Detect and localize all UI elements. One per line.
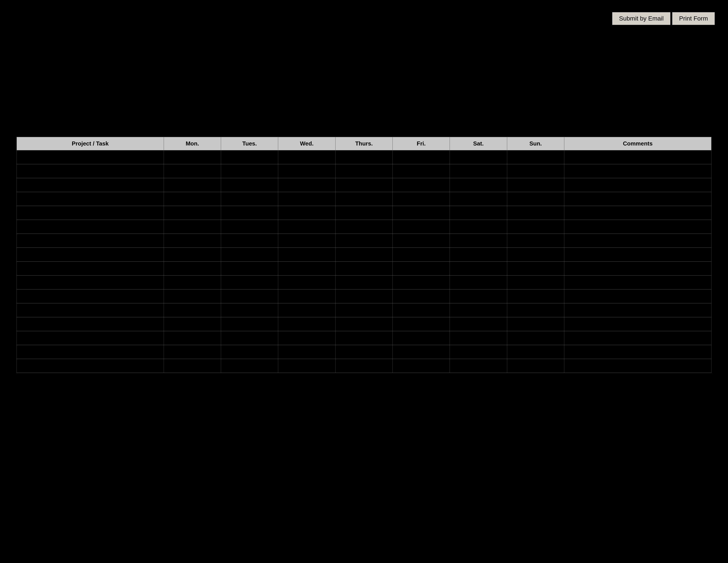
cell-comments-9[interactable] xyxy=(564,275,711,290)
cell-wed-12[interactable] xyxy=(278,317,335,331)
input-fri-9[interactable] xyxy=(394,279,448,285)
cell-sat-5[interactable] xyxy=(450,220,507,234)
input-comments-8[interactable] xyxy=(566,265,710,271)
submit-by-email-button[interactable]: Submit by Email xyxy=(612,12,670,25)
input-thurs-3[interactable] xyxy=(337,196,391,202)
cell-wed-7[interactable] xyxy=(278,248,335,261)
cell-comments-2[interactable] xyxy=(564,178,711,192)
cell-tues-4[interactable] xyxy=(221,206,278,220)
input-comments-10[interactable] xyxy=(566,294,710,299)
input-fri-12[interactable] xyxy=(394,321,448,327)
cell-sat-4[interactable] xyxy=(450,206,507,220)
input-tues-1[interactable] xyxy=(222,168,277,174)
cell-fri-6[interactable] xyxy=(393,234,450,248)
cell-sat-13[interactable] xyxy=(450,331,507,345)
cell-mon-2[interactable] xyxy=(164,178,221,192)
cell-mon-8[interactable] xyxy=(164,261,221,275)
cell-project-task-7[interactable] xyxy=(17,248,164,261)
cell-wed-0[interactable] xyxy=(278,150,335,164)
input-wed-1[interactable] xyxy=(280,168,334,174)
input-mon-14[interactable] xyxy=(165,349,220,355)
cell-mon-12[interactable] xyxy=(164,317,221,331)
input-tues-13[interactable] xyxy=(222,335,277,341)
input-fri-14[interactable] xyxy=(394,349,448,355)
input-wed-3[interactable] xyxy=(280,196,334,202)
cell-comments-0[interactable] xyxy=(564,150,711,164)
cell-project-task-6[interactable] xyxy=(17,234,164,248)
input-mon-6[interactable] xyxy=(165,238,220,243)
cell-wed-15[interactable] xyxy=(278,359,335,373)
cell-mon-14[interactable] xyxy=(164,345,221,359)
cell-tues-13[interactable] xyxy=(221,331,278,345)
input-comments-4[interactable] xyxy=(566,210,710,216)
input-sun-4[interactable] xyxy=(508,210,563,216)
input-tues-8[interactable] xyxy=(222,265,277,271)
cell-comments-11[interactable] xyxy=(564,304,711,317)
input-sun-10[interactable] xyxy=(508,294,563,299)
cell-thurs-9[interactable] xyxy=(335,275,392,290)
cell-comments-14[interactable] xyxy=(564,345,711,359)
cell-comments-8[interactable] xyxy=(564,261,711,275)
cell-mon-15[interactable] xyxy=(164,359,221,373)
input-tues-5[interactable] xyxy=(222,224,277,229)
input-sun-11[interactable] xyxy=(508,307,563,313)
input-fri-15[interactable] xyxy=(394,363,448,369)
cell-comments-13[interactable] xyxy=(564,331,711,345)
cell-thurs-4[interactable] xyxy=(335,206,392,220)
input-comments-15[interactable] xyxy=(566,363,710,369)
cell-sun-10[interactable] xyxy=(507,290,564,304)
cell-thurs-11[interactable] xyxy=(335,304,392,317)
cell-sat-2[interactable] xyxy=(450,178,507,192)
cell-tues-10[interactable] xyxy=(221,290,278,304)
input-wed-13[interactable] xyxy=(280,335,334,341)
input-tues-2[interactable] xyxy=(222,182,277,188)
input-sun-0[interactable] xyxy=(508,154,563,160)
cell-project-task-11[interactable] xyxy=(17,304,164,317)
cell-wed-1[interactable] xyxy=(278,164,335,178)
input-tues-9[interactable] xyxy=(222,279,277,285)
input-project-task-4[interactable] xyxy=(18,210,162,216)
input-thurs-10[interactable] xyxy=(337,294,391,299)
input-sun-5[interactable] xyxy=(508,224,563,229)
input-mon-9[interactable] xyxy=(165,279,220,285)
cell-tues-14[interactable] xyxy=(221,345,278,359)
cell-fri-13[interactable] xyxy=(393,331,450,345)
cell-sat-7[interactable] xyxy=(450,248,507,261)
cell-sun-4[interactable] xyxy=(507,206,564,220)
input-mon-11[interactable] xyxy=(165,307,220,313)
input-thurs-12[interactable] xyxy=(337,321,391,327)
cell-wed-3[interactable] xyxy=(278,192,335,206)
cell-sun-11[interactable] xyxy=(507,304,564,317)
input-comments-5[interactable] xyxy=(566,224,710,229)
cell-thurs-12[interactable] xyxy=(335,317,392,331)
cell-tues-1[interactable] xyxy=(221,164,278,178)
input-mon-0[interactable] xyxy=(165,154,220,160)
cell-mon-9[interactable] xyxy=(164,275,221,290)
cell-sat-1[interactable] xyxy=(450,164,507,178)
input-mon-12[interactable] xyxy=(165,321,220,327)
input-sun-8[interactable] xyxy=(508,265,563,271)
cell-sat-11[interactable] xyxy=(450,304,507,317)
cell-tues-7[interactable] xyxy=(221,248,278,261)
input-sun-2[interactable] xyxy=(508,182,563,188)
input-project-task-2[interactable] xyxy=(18,182,162,188)
cell-fri-14[interactable] xyxy=(393,345,450,359)
cell-sun-7[interactable] xyxy=(507,248,564,261)
input-wed-2[interactable] xyxy=(280,182,334,188)
input-mon-1[interactable] xyxy=(165,168,220,174)
cell-project-task-12[interactable] xyxy=(17,317,164,331)
cell-tues-0[interactable] xyxy=(221,150,278,164)
input-sat-6[interactable] xyxy=(451,238,505,243)
cell-sat-6[interactable] xyxy=(450,234,507,248)
input-tues-15[interactable] xyxy=(222,363,277,369)
input-thurs-5[interactable] xyxy=(337,224,391,229)
cell-project-task-3[interactable] xyxy=(17,192,164,206)
cell-fri-0[interactable] xyxy=(393,150,450,164)
input-mon-10[interactable] xyxy=(165,294,220,299)
input-mon-7[interactable] xyxy=(165,252,220,257)
cell-mon-1[interactable] xyxy=(164,164,221,178)
print-form-button[interactable]: Print Form xyxy=(672,12,715,25)
input-sat-1[interactable] xyxy=(451,168,505,174)
input-fri-2[interactable] xyxy=(394,182,448,188)
input-wed-0[interactable] xyxy=(280,154,334,160)
